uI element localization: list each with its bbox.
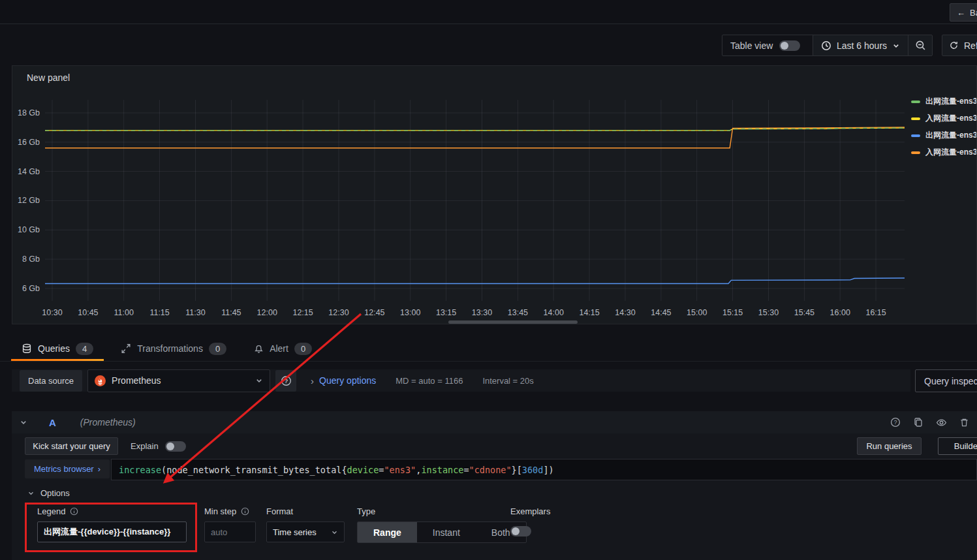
transform-icon: [121, 343, 131, 354]
type-option-instant[interactable]: Instant: [417, 522, 476, 542]
time-series-chart[interactable]: 6 Gb8 Gb10 Gb12 Gb14 Gb16 Gb18 Gb10:3010…: [12, 66, 976, 324]
svg-text:16:00: 16:00: [830, 308, 850, 317]
svg-text:12:30: 12:30: [328, 308, 349, 317]
format-value: Time series: [273, 527, 326, 537]
options-section-header[interactable]: Options: [27, 488, 70, 498]
svg-text:11:45: 11:45: [221, 308, 241, 317]
legend-item[interactable]: 入网流量-ens3: [911, 113, 976, 124]
format-field-group: Format Time series: [266, 506, 345, 542]
builder-mode-button[interactable]: Builder: [938, 437, 977, 455]
time-range-picker[interactable]: Last 6 hours: [813, 35, 908, 55]
collapse-chevron-icon[interactable]: [20, 418, 27, 426]
prometheus-icon: [95, 375, 106, 386]
trash-icon[interactable]: [959, 417, 969, 428]
svg-text:12:00: 12:00: [257, 308, 277, 317]
legend-item[interactable]: 出网流量-ens3: [911, 130, 976, 141]
datasource-help-button[interactable]: ?: [275, 370, 296, 392]
query-inspector-button[interactable]: Query inspector: [915, 369, 977, 392]
min-step-input[interactable]: [204, 521, 256, 542]
horizontal-scrollbar[interactable]: [448, 320, 578, 324]
options-header-label: Options: [40, 488, 70, 498]
explain-toggle[interactable]: [165, 441, 186, 452]
svg-text:13:30: 13:30: [472, 308, 492, 317]
svg-text:15:00: 15:00: [687, 308, 707, 317]
svg-text:11:15: 11:15: [149, 308, 169, 317]
tab-transformations[interactable]: Transformations 0: [121, 336, 226, 361]
datasource-value: Prometheus: [112, 375, 249, 386]
legend-swatch: [911, 151, 920, 154]
legend-label: 入网流量-ens3: [925, 147, 976, 158]
kick-start-query-button[interactable]: Kick start your query: [25, 437, 118, 455]
chevron-down-icon: [255, 377, 263, 384]
table-view-label: Table view: [730, 40, 773, 51]
format-select[interactable]: Time series: [266, 521, 345, 542]
legend-label: 入网流量-ens3: [925, 113, 976, 124]
type-option-range[interactable]: Range: [358, 522, 417, 542]
datasource-label: Data source: [20, 370, 82, 392]
legend-item[interactable]: 入网流量-ens3: [911, 147, 976, 158]
legend-swatch: [911, 134, 920, 137]
time-range-label: Last 6 hours: [837, 40, 887, 51]
query-datasource-hint: (Prometheus): [80, 417, 136, 428]
svg-text:12 Gb: 12 Gb: [18, 196, 40, 205]
svg-text:16 Gb: 16 Gb: [18, 138, 40, 147]
svg-text:13:00: 13:00: [400, 308, 420, 317]
x-axis-labels: 10:3010:4511:0011:1511:3011:4512:0012:15…: [42, 308, 886, 317]
format-label: Format: [266, 506, 293, 516]
editor-tabs: Queries 4 Transformations 0 Alert 0: [0, 336, 977, 362]
eye-icon[interactable]: [936, 417, 947, 428]
metrics-browser-button[interactable]: Metrics browser ›: [25, 459, 110, 478]
tab-label: Alert: [270, 343, 288, 354]
zoom-out-button[interactable]: [908, 35, 932, 55]
min-step-label: Min step: [204, 506, 236, 516]
run-queries-button[interactable]: Run queries: [857, 437, 922, 455]
svg-text:18 Gb: 18 Gb: [18, 108, 40, 117]
tab-label: Transformations: [137, 343, 203, 354]
svg-text:15:30: 15:30: [758, 308, 779, 317]
type-field-group: Type Range Instant Both: [357, 506, 527, 543]
promql-expression-input[interactable]: increase(node_network_transmit_bytes_tot…: [111, 459, 977, 480]
time-picker-group: Last 6 hours: [813, 35, 933, 56]
query-options-link[interactable]: Query options: [319, 375, 376, 386]
tab-label: Queries: [38, 343, 70, 354]
type-label: Type: [357, 506, 375, 516]
refresh-icon: [949, 40, 959, 50]
tab-count-badge: 4: [76, 343, 93, 355]
arrow-left-icon: ←: [957, 8, 965, 18]
explain-label: Explain: [131, 441, 159, 451]
tab-count-badge: 0: [209, 343, 226, 355]
info-icon: [241, 507, 249, 516]
table-view-toggle[interactable]: [779, 40, 800, 51]
explain-toggle-group: Explain: [131, 437, 186, 455]
query-row-header[interactable]: A (Prometheus) ?: [12, 411, 977, 433]
svg-text:14:00: 14:00: [544, 308, 564, 317]
svg-text:10:30: 10:30: [42, 308, 62, 317]
max-data-points-text: MD = auto = 1166: [395, 376, 463, 386]
exemplars-toggle[interactable]: [510, 526, 531, 537]
panel-title: New panel: [27, 72, 70, 83]
svg-text:11:30: 11:30: [185, 308, 205, 317]
bell-icon: [254, 344, 264, 354]
query-editor-body: Kick start your query Explain Run querie…: [12, 433, 977, 560]
chevron-right-icon[interactable]: ›: [311, 375, 314, 386]
series-line: [45, 278, 905, 284]
tab-alert[interactable]: Alert 0: [254, 336, 312, 361]
svg-text:13:45: 13:45: [508, 308, 528, 317]
datasource-picker[interactable]: Prometheus: [87, 369, 270, 392]
clock-icon: [821, 40, 831, 51]
info-icon: [70, 507, 78, 516]
help-icon[interactable]: ?: [890, 417, 901, 428]
legend-item[interactable]: 出网流量-ens3: [911, 96, 976, 107]
duplicate-icon[interactable]: [913, 417, 923, 428]
chart-legend: 出网流量-ens3入网流量-ens3出网流量-ens3入网流量-ens3: [911, 96, 976, 158]
chevron-down-icon: [331, 529, 338, 536]
back-button[interactable]: ← Back: [950, 3, 977, 22]
svg-text:8 Gb: 8 Gb: [22, 255, 40, 264]
legend-swatch: [911, 101, 920, 103]
y-axis-labels: 6 Gb8 Gb10 Gb12 Gb14 Gb16 Gb18 Gb: [18, 108, 40, 293]
refresh-button[interactable]: Refresh: [942, 35, 977, 56]
refresh-label: Refresh: [964, 40, 977, 51]
tab-queries[interactable]: Queries 4: [22, 336, 93, 361]
legend-format-input[interactable]: [37, 521, 187, 542]
svg-text:14 Gb: 14 Gb: [18, 167, 40, 176]
